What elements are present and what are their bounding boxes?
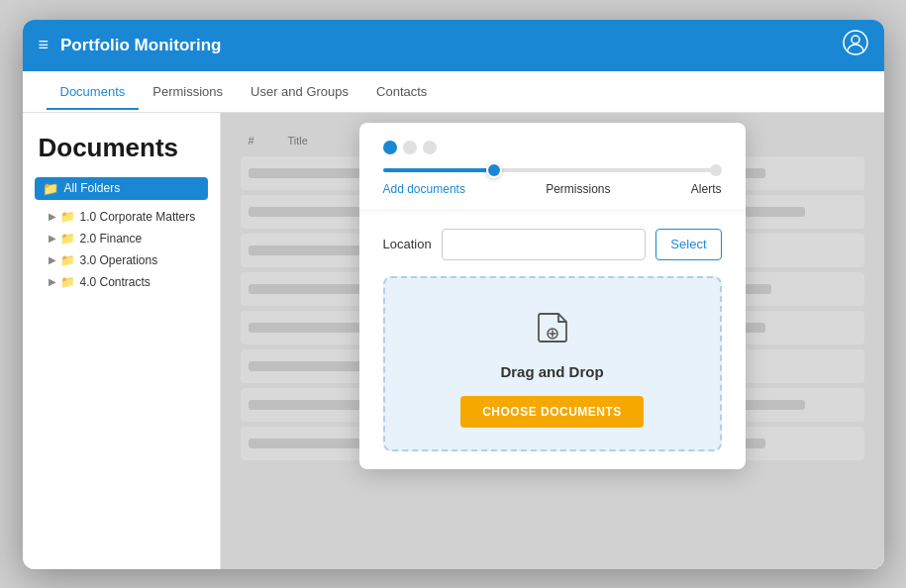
folder-label: 2.0 Finance <box>80 232 143 245</box>
app-title: Portfolio Monitoring <box>60 36 842 55</box>
folder-icon: 📁 <box>60 210 75 224</box>
step-label-permissions: Permissions <box>546 182 610 196</box>
wizard-dot-2 <box>403 141 417 154</box>
page-title: Documents <box>35 133 208 163</box>
drop-zone[interactable]: Drag and Drop CHOOSE DOCUMENTS <box>383 276 722 451</box>
location-row: Location Select <box>383 229 722 260</box>
wizard-dot-1 <box>383 141 397 154</box>
step-label-add: Add documents <box>383 182 465 196</box>
chevron-icon: ▶ <box>49 254 56 265</box>
step-label-alerts: Alerts <box>691 182 722 196</box>
folder-icon: 📁 <box>60 253 75 267</box>
step-labels: Add documents Permissions Alerts <box>383 182 722 196</box>
chevron-icon: ▶ <box>49 276 56 287</box>
folder-item-finance[interactable]: ▶ 📁 2.0 Finance <box>43 228 208 249</box>
choose-documents-button[interactable]: CHOOSE DOCUMENTS <box>460 396 644 428</box>
modal-body: Location Select <box>359 211 746 469</box>
select-button[interactable]: Select <box>655 229 721 260</box>
topbar: ≡ Portfolio Monitoring <box>23 20 884 71</box>
right-content: # Title Type Added By <box>221 113 884 569</box>
folder-icon: 📁 <box>60 232 75 245</box>
folder-item-operations[interactable]: ▶ 📁 3.0 Operations <box>43 249 208 271</box>
folder-item-contracts[interactable]: ▶ 📁 4.0 Contracts <box>43 271 208 293</box>
wizard-dot-3 <box>423 141 437 154</box>
chevron-icon: ▶ <box>49 211 56 222</box>
tab-user-groups[interactable]: User and Groups <box>237 74 362 109</box>
folder-label: 4.0 Contracts <box>80 275 151 289</box>
folder-root-icon: 📁 <box>43 181 58 196</box>
folder-label: 3.0 Operations <box>80 253 158 267</box>
progress-fill <box>383 168 495 172</box>
modal-overlay: Add documents Permissions Alerts Locatio… <box>221 113 884 569</box>
wizard-dots <box>383 141 722 154</box>
app-window: ≡ Portfolio Monitoring Documents Permiss… <box>23 20 884 569</box>
user-icon[interactable] <box>843 30 868 61</box>
folder-root-label: All Folders <box>64 181 121 195</box>
folder-icon: 📁 <box>60 275 75 289</box>
svg-point-1 <box>852 36 859 44</box>
location-input[interactable] <box>442 229 647 260</box>
chevron-icon: ▶ <box>49 233 56 244</box>
add-documents-modal: Add documents Permissions Alerts Locatio… <box>359 123 746 469</box>
tab-permissions[interactable]: Permissions <box>139 74 237 109</box>
progress-track <box>383 168 722 172</box>
drop-icon <box>531 306 574 353</box>
location-label: Location <box>383 237 432 251</box>
progress-end-dot <box>710 164 722 176</box>
folder-tree: ▶ 📁 1.0 Corporate Matters ▶ 📁 2.0 Financ… <box>43 206 208 293</box>
folder-label: 1.0 Corporate Matters <box>80 210 196 224</box>
tab-contacts[interactable]: Contacts <box>362 74 441 109</box>
folder-root[interactable]: 📁 All Folders <box>35 177 208 200</box>
menu-icon[interactable]: ≡ <box>39 35 50 55</box>
left-panel: Documents 📁 All Folders ▶ 📁 1.0 Corporat… <box>23 113 221 569</box>
wizard-progress: Add documents Permissions Alerts <box>359 123 746 211</box>
progress-thumb <box>486 162 502 178</box>
main-content: Documents 📁 All Folders ▶ 📁 1.0 Corporat… <box>23 113 884 569</box>
tab-documents[interactable]: Documents <box>47 74 140 109</box>
nav-tabs: Documents Permissions User and Groups Co… <box>23 71 884 113</box>
drop-text: Drag and Drop <box>500 363 603 380</box>
folder-item-corporate[interactable]: ▶ 📁 1.0 Corporate Matters <box>43 206 208 228</box>
